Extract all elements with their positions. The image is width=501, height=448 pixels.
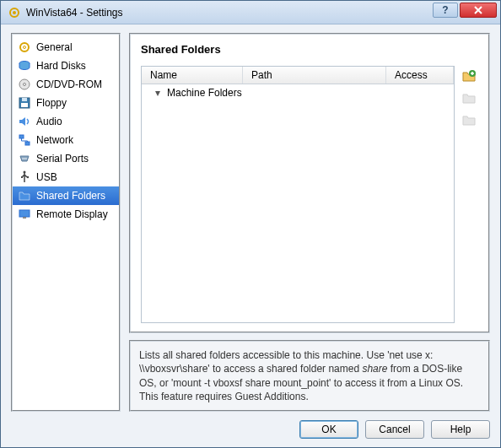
list-header: Name Path Access <box>142 67 454 84</box>
svg-rect-11 <box>25 142 30 145</box>
sidebar-item-cddvd[interactable]: CD/DVD-ROM <box>13 75 119 94</box>
display-icon <box>18 208 31 221</box>
sidebar-item-label: Network <box>36 134 73 146</box>
sidebar-item-usb[interactable]: USB <box>13 168 119 186</box>
remove-folder-button <box>461 111 477 128</box>
titlebar-close-button[interactable] <box>460 3 497 18</box>
sidebar-item-label: Floppy <box>36 97 67 109</box>
column-access[interactable]: Access <box>386 67 454 84</box>
floppy-icon <box>18 96 31 110</box>
help-button[interactable]: Help <box>431 420 490 439</box>
sidebar-item-serial[interactable]: Serial Ports <box>13 149 119 168</box>
category-sidebar: General Hard Disks CD/DVD-ROM Floppy Aud… <box>11 33 121 412</box>
svg-rect-19 <box>23 217 26 219</box>
sidebar-item-label: CD/DVD-ROM <box>36 78 102 90</box>
window-title: WinVista64 - Settings <box>26 7 123 19</box>
settings-window: WinVista64 - Settings ? General Hard Dis… <box>0 0 501 448</box>
svg-point-17 <box>27 176 29 178</box>
svg-point-1 <box>13 11 16 14</box>
svg-point-6 <box>24 84 26 86</box>
hint-panel: Lists all shared folders accessible to t… <box>129 340 490 412</box>
svg-point-12 <box>22 158 24 159</box>
sidebar-item-label: Hard Disks <box>36 60 86 72</box>
titlebar-help-button[interactable]: ? <box>433 3 458 18</box>
harddisk-icon <box>18 59 31 73</box>
tree-row-machine-folders[interactable]: ▾ Machine Folders <box>142 86 454 100</box>
sidebar-item-label: Remote Display <box>36 208 108 220</box>
cancel-button[interactable]: Cancel <box>365 420 424 439</box>
sidebar-item-network[interactable]: Network <box>13 131 119 149</box>
main-panel: Shared Folders Name Path Access ▾ <box>129 33 490 333</box>
svg-rect-18 <box>19 210 30 217</box>
tree-row-label: Machine Folders <box>167 87 242 99</box>
serial-icon <box>18 152 31 165</box>
tree-expand-icon[interactable]: ▾ <box>155 87 164 99</box>
column-name[interactable]: Name <box>142 67 243 84</box>
usb-icon <box>18 170 31 184</box>
sidebar-item-floppy[interactable]: Floppy <box>13 94 119 112</box>
svg-rect-9 <box>21 103 28 107</box>
sidebar-item-label: USB <box>36 171 57 183</box>
svg-rect-8 <box>22 98 27 101</box>
network-icon <box>18 133 31 147</box>
titlebar: WinVista64 - Settings ? <box>1 1 500 24</box>
svg-point-15 <box>24 171 26 174</box>
shared-folders-list[interactable]: Name Path Access ▾ Machine Folders <box>141 66 455 323</box>
folder-icon <box>18 189 31 202</box>
sidebar-item-label: Shared Folders <box>36 190 105 202</box>
app-icon <box>8 6 21 19</box>
svg-point-3 <box>24 46 26 49</box>
sidebar-item-label: General <box>36 41 73 53</box>
svg-point-13 <box>24 158 25 159</box>
column-path[interactable]: Path <box>243 67 386 84</box>
svg-rect-16 <box>21 176 23 178</box>
sidebar-item-harddisks[interactable]: Hard Disks <box>13 57 119 75</box>
disc-icon <box>18 78 31 91</box>
sidebar-item-audio[interactable]: Audio <box>13 112 119 131</box>
gear-icon <box>18 40 31 54</box>
dialog-button-row: OK Cancel Help <box>11 420 490 439</box>
sidebar-item-general[interactable]: General <box>13 38 119 57</box>
sidebar-item-label: Audio <box>36 116 62 127</box>
svg-rect-10 <box>19 135 24 138</box>
sidebar-item-remotedisplay[interactable]: Remote Display <box>13 205 119 224</box>
page-title: Shared Folders <box>141 43 478 56</box>
sidebar-item-sharedfolders[interactable]: Shared Folders <box>13 186 119 205</box>
client-area: General Hard Disks CD/DVD-ROM Floppy Aud… <box>1 24 500 447</box>
edit-folder-button <box>461 89 477 106</box>
ok-button[interactable]: OK <box>299 420 358 439</box>
audio-icon <box>18 115 31 128</box>
sidebar-item-label: Serial Ports <box>36 153 89 165</box>
hint-share-word: share <box>362 363 387 375</box>
folder-toolbar <box>460 66 478 323</box>
add-folder-button[interactable] <box>461 67 477 84</box>
svg-point-14 <box>25 158 27 159</box>
